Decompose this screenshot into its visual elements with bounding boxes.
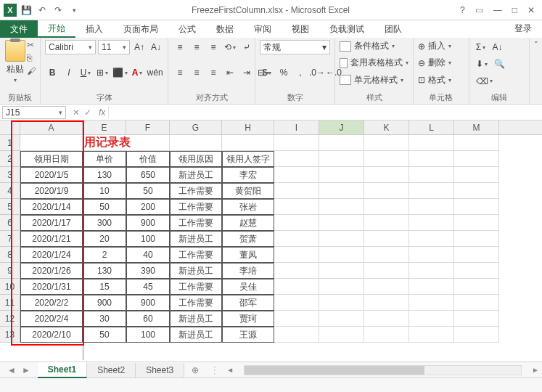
scroll-track[interactable]	[244, 365, 522, 375]
maximize-icon[interactable]: □	[512, 5, 517, 15]
cell[interactable]: 900	[126, 295, 170, 311]
col-header-G[interactable]: G	[170, 121, 222, 134]
col-header-E[interactable]: E	[83, 121, 126, 134]
cell[interactable]	[409, 295, 454, 311]
excel-logo-icon[interactable]: X	[3, 3, 17, 17]
cell[interactable]: 2020/1/17	[20, 215, 83, 231]
col-header-L[interactable]: L	[409, 121, 454, 134]
cell[interactable]: 20	[83, 231, 126, 247]
sheet-tab-3[interactable]: Sheet3	[136, 363, 184, 377]
cell[interactable]	[274, 231, 319, 247]
cut-icon[interactable]: ✂	[27, 40, 36, 50]
horizontal-scrollbar[interactable]: ◄ ►	[223, 365, 542, 375]
align-middle-icon[interactable]: ≡	[189, 40, 204, 54]
cell[interactable]	[274, 295, 319, 311]
cell[interactable]	[364, 279, 409, 295]
row-header-8[interactable]: 8	[0, 247, 20, 263]
col-header-J[interactable]: J	[319, 121, 364, 134]
cell[interactable]: 300	[83, 215, 126, 231]
clear-button[interactable]: ⌫	[474, 74, 495, 89]
cell[interactable]	[364, 151, 409, 167]
row-header-1[interactable]: 1	[0, 135, 20, 151]
cell[interactable]	[319, 279, 364, 295]
scroll-thumb[interactable]	[245, 366, 424, 375]
cell[interactable]	[454, 183, 499, 199]
cell[interactable]	[454, 199, 499, 215]
percent-button[interactable]: %	[276, 65, 291, 80]
font-name-combo[interactable]: Calibri▾	[45, 40, 96, 54]
ribbon-opts-icon[interactable]: ▭	[475, 5, 483, 15]
cell[interactable]	[274, 167, 319, 183]
cell[interactable]	[454, 135, 499, 151]
cell[interactable]: 赵慧	[222, 215, 274, 231]
cell[interactable]	[409, 215, 454, 231]
align-center-icon[interactable]: ≡	[189, 65, 204, 80]
cell[interactable]	[364, 263, 409, 279]
cell[interactable]	[364, 247, 409, 263]
title-cell[interactable]: 用记录表	[83, 135, 170, 151]
cell[interactable]	[274, 215, 319, 231]
accounting-button[interactable]: $	[260, 65, 274, 80]
tab-team[interactable]: 团队	[374, 20, 412, 38]
sheet-nav-prev-icon[interactable]: ◄	[7, 365, 16, 375]
cell[interactable]: 邵军	[222, 295, 274, 311]
cell[interactable]	[409, 167, 454, 183]
spreadsheet-grid[interactable]: AEFGHIJKLM 12345678910111213 用记录表领用日期单价价…	[0, 121, 542, 360]
fx-icon[interactable]: fx	[96, 107, 108, 118]
border-button[interactable]: ⊞	[95, 65, 110, 80]
cell[interactable]	[409, 327, 454, 343]
tab-insert[interactable]: 插入	[75, 20, 113, 38]
cell[interactable]: 390	[126, 263, 170, 279]
cell[interactable]: 新进员工	[170, 231, 222, 247]
cell[interactable]: 650	[126, 167, 170, 183]
cell[interactable]: 2020/1/26	[20, 263, 83, 279]
cell[interactable]: 45	[126, 279, 170, 295]
italic-button[interactable]: I	[62, 65, 76, 80]
cell[interactable]	[454, 295, 499, 311]
cell[interactable]	[364, 311, 409, 327]
align-bottom-icon[interactable]: ≡	[206, 40, 221, 54]
col-header-M[interactable]: M	[454, 121, 499, 134]
col-header-F[interactable]: F	[126, 121, 170, 134]
cell[interactable]: 2020/1/24	[20, 247, 83, 263]
cell[interactable]	[274, 135, 319, 151]
col-header-I[interactable]: I	[274, 121, 319, 134]
cell[interactable]: 30	[83, 311, 126, 327]
cancel-formula-icon[interactable]: ✕	[73, 107, 80, 118]
cell[interactable]: 15	[83, 279, 126, 295]
row-header-2[interactable]: 2	[0, 151, 20, 167]
cell[interactable]	[319, 151, 364, 167]
paste-button[interactable]: 粘贴 ▾	[4, 40, 25, 83]
cell[interactable]	[222, 135, 274, 151]
cell[interactable]	[454, 151, 499, 167]
align-top-icon[interactable]: ≡	[173, 40, 187, 54]
cell[interactable]	[454, 279, 499, 295]
sheet-nav-next-icon[interactable]: ►	[22, 365, 30, 375]
cell[interactable]: 黄贺阳	[222, 183, 274, 199]
cell[interactable]: 董凤	[222, 247, 274, 263]
cell[interactable]	[409, 199, 454, 215]
scroll-right-icon[interactable]: ►	[532, 366, 539, 374]
cell[interactable]	[454, 167, 499, 183]
format-painter-icon[interactable]: 🖌	[27, 66, 36, 76]
cell[interactable]: 2020/1/14	[20, 199, 83, 215]
cell[interactable]	[364, 199, 409, 215]
phonetic-button[interactable]: wén	[147, 65, 163, 80]
cell[interactable]	[364, 183, 409, 199]
orientation-icon[interactable]: ⟲	[223, 40, 237, 54]
cell[interactable]: 新进员工	[170, 327, 222, 343]
qat-dropdown-icon[interactable]: ▾	[67, 3, 81, 17]
cell[interactable]: 2020/2/4	[20, 311, 83, 327]
cell[interactable]	[409, 263, 454, 279]
cell[interactable]: 50	[83, 327, 126, 343]
login-link[interactable]: 登录	[504, 20, 542, 38]
tab-file[interactable]: 文件	[0, 20, 38, 38]
tab-data[interactable]: 数据	[206, 20, 244, 38]
bold-button[interactable]: B	[45, 65, 59, 80]
help-icon[interactable]: ?	[460, 5, 465, 15]
cell[interactable]: 2020/2/10	[20, 327, 83, 343]
cell[interactable]	[274, 327, 319, 343]
cell[interactable]	[454, 215, 499, 231]
cell[interactable]: 10	[83, 183, 126, 199]
cell[interactable]	[319, 247, 364, 263]
